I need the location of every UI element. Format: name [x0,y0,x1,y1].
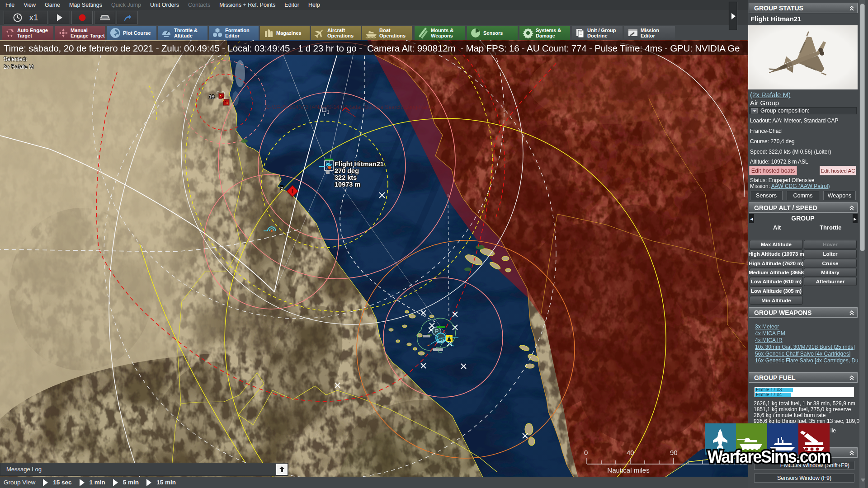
svg-text:270 deg: 270 deg [335,167,359,174]
svg-text:90: 90 [670,449,678,456]
svg-text:Flight Hitman21: Flight Hitman21 [335,160,384,168]
svg-text:18: 18 [209,94,214,99]
svg-text:Nautical miles: Nautical miles [607,466,649,474]
svg-text:C-V/APS-504(V)3 [AN/APS-141] (: C-V/APS-504(V)3 [AN/APS-141] (Radar, Sur… [266,104,437,110]
svg-text:5: 5 [280,185,283,191]
svg-text:1: 1 [327,110,330,115]
svg-text:10973 m: 10973 m [335,181,360,188]
svg-text:0: 0 [584,449,588,456]
svg-text:40: 40 [627,449,634,456]
svg-text:322 kts: 322 kts [335,174,357,181]
